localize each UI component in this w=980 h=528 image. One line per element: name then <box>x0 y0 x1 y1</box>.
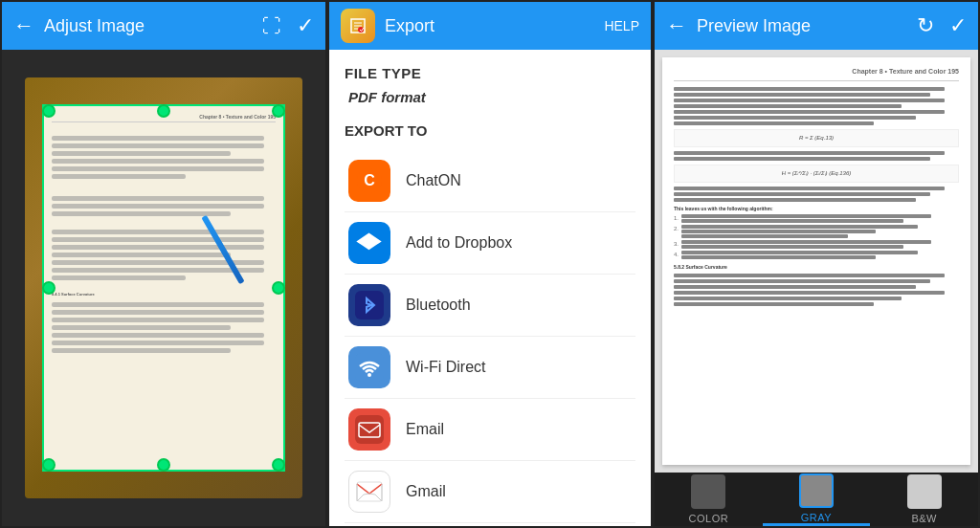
preview-line <box>674 279 930 283</box>
text-line <box>52 275 186 280</box>
export-item-dropbox[interactable]: Add to Dropbox <box>345 212 635 275</box>
corner-handle-tm[interactable] <box>157 104 170 118</box>
preview-line <box>674 116 916 120</box>
chaton-label: ChatON <box>406 172 461 189</box>
logo-icon <box>347 15 368 36</box>
preview-formula-1: R = Σ (Eq.13) <box>674 129 959 147</box>
preview-header-right: ↻ ✓ <box>917 13 967 38</box>
list-bullet: 2. <box>674 225 679 238</box>
confirm-button[interactable]: ✓ <box>297 13 314 38</box>
list-item-text <box>681 251 959 259</box>
preview-list-item: 1. <box>674 214 959 223</box>
gmail-label: Gmail <box>406 483 446 500</box>
list-item-text <box>681 225 959 238</box>
export-item-bluetooth[interactable]: Bluetooth <box>345 275 635 337</box>
text-line <box>52 143 264 148</box>
corner-handle-mr[interactable] <box>272 281 285 295</box>
corner-handle-tl[interactable] <box>42 104 56 118</box>
preview-line <box>674 187 945 190</box>
fullscreen-icon[interactable]: ⛶ <box>262 15 281 37</box>
preview-line <box>674 192 930 196</box>
surface-curvature-title: 5.8.2 Surface Curvature <box>674 264 959 272</box>
preview-line <box>674 87 945 91</box>
corner-handle-br[interactable] <box>272 458 285 472</box>
preview-line <box>674 291 945 295</box>
text-line <box>52 237 264 242</box>
preview-confirm-button[interactable]: ✓ <box>949 13 967 38</box>
color-selector-bar: COLOR GRAY B&W <box>655 473 978 526</box>
algorithm-title: This leaves us with the following algori… <box>674 206 959 213</box>
svg-text:C: C <box>364 172 375 188</box>
bluetooth-icon <box>348 284 390 326</box>
dropbox-label: Add to Dropbox <box>406 234 512 252</box>
corner-handle-bm[interactable] <box>157 458 170 472</box>
text-line <box>52 325 231 330</box>
export-item-wifi[interactable]: Wi-Fi Direct <box>345 337 635 399</box>
book-text-content: 8.4.1 Surface Curvature <box>52 136 276 353</box>
text-line <box>52 159 264 164</box>
file-type-value[interactable]: PDF format <box>345 89 635 105</box>
export-header: Export HELP <box>329 2 651 50</box>
gmail-icon <box>348 471 390 513</box>
color-option-content: COLOR <box>689 474 729 524</box>
preview-line <box>681 225 917 229</box>
color-label-bw: B&W <box>911 513 937 524</box>
text-line <box>52 204 264 209</box>
color-option-gray[interactable]: GRAY <box>763 473 871 526</box>
export-title: Export <box>385 16 604 36</box>
color-option-color[interactable]: COLOR <box>655 473 763 526</box>
text-line <box>52 341 264 345</box>
chapter-header: Chapter 8 • Texture and Color 195 <box>674 67 959 81</box>
help-button[interactable]: HELP <box>604 18 639 33</box>
preview-line <box>674 121 874 125</box>
color-swatch-gray <box>799 473 834 508</box>
preview-text-block-3 <box>674 187 959 202</box>
preview-list-item: 4. <box>674 251 959 259</box>
preview-text-block-2 <box>674 151 959 161</box>
preview-page: Chapter 8 • Texture and Color 195 R = Σ … <box>662 57 970 465</box>
preview-line <box>681 230 876 233</box>
preview-line <box>674 110 945 114</box>
text-line <box>52 166 264 171</box>
preview-line <box>681 234 848 238</box>
color-label-color: COLOR <box>689 513 729 524</box>
list-item-text <box>681 240 959 249</box>
export-panel: Export HELP FILE TYPE PDF format EXPORT … <box>327 0 653 528</box>
color-label-gray: GRAY <box>801 512 832 523</box>
corner-handle-ml[interactable] <box>42 281 56 295</box>
export-item-drive[interactable]: Drive <box>345 523 635 526</box>
export-item-chaton[interactable]: C ChatON <box>345 150 635 212</box>
text-line <box>52 318 264 322</box>
refresh-button[interactable]: ↻ <box>917 13 934 38</box>
text-line <box>52 333 264 338</box>
header-right-icons: ⛶ ✓ <box>262 13 314 38</box>
preview-list-item: 2. <box>674 225 959 238</box>
preview-line <box>674 151 945 155</box>
preview-line <box>674 274 945 277</box>
color-swatch-color <box>691 474 725 509</box>
color-option-content: B&W <box>907 474 942 524</box>
preview-line <box>674 157 930 161</box>
preview-back-button[interactable]: ← <box>666 13 687 38</box>
export-content: FILE TYPE PDF format EXPORT TO C ChatON <box>329 50 651 526</box>
export-item-email[interactable]: Email <box>345 399 635 461</box>
preview-line <box>681 240 931 244</box>
color-option-bw[interactable]: B&W <box>870 473 978 526</box>
text-line <box>52 348 231 353</box>
preview-line <box>674 93 930 97</box>
preview-line <box>674 302 874 306</box>
export-to-label: EXPORT TO <box>345 122 635 139</box>
list-bullet: 1. <box>674 214 679 223</box>
color-swatch-bw <box>907 474 942 509</box>
back-button[interactable]: ← <box>13 13 34 38</box>
corner-handle-tr[interactable] <box>272 104 285 118</box>
adjust-image-panel: ← Adjust Image ⛶ ✓ Chapter 8 • Texture a… <box>0 0 327 528</box>
text-line <box>52 253 231 257</box>
preview-list-item: 3. <box>674 240 959 249</box>
preview-line <box>681 255 876 259</box>
text-line <box>52 302 264 307</box>
wifi-label: Wi-Fi Direct <box>406 359 486 376</box>
text-line <box>52 310 264 315</box>
corner-handle-bl[interactable] <box>42 458 56 472</box>
export-item-gmail[interactable]: Gmail <box>345 461 635 523</box>
